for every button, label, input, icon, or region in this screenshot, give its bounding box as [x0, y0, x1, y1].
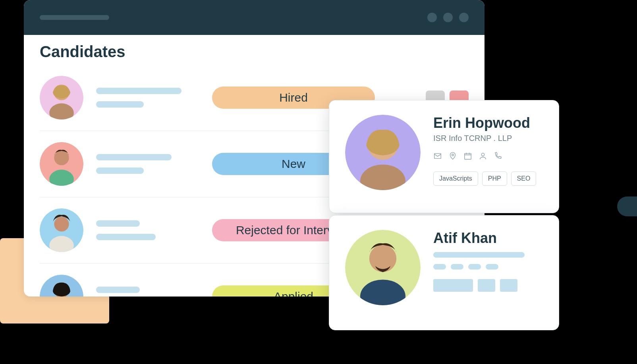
candidate-info-placeholder	[96, 88, 199, 108]
candidate-info-placeholder	[96, 154, 199, 174]
person-icon[interactable]	[479, 152, 487, 160]
placeholder-block	[500, 279, 517, 292]
placeholder-blocks	[433, 279, 543, 292]
placeholder-line	[96, 168, 144, 174]
avatar[interactable]	[40, 208, 83, 252]
placeholder-line	[96, 101, 144, 108]
avatar[interactable]	[345, 115, 421, 190]
avatar[interactable]	[40, 142, 83, 186]
candidate-name: Atif Khan	[433, 230, 543, 247]
window-dot[interactable]	[443, 13, 453, 22]
avatar[interactable]	[40, 275, 83, 297]
placeholder-line	[433, 252, 525, 258]
placeholder-block	[478, 279, 495, 292]
candidate-info-placeholder	[96, 287, 199, 297]
location-icon[interactable]	[448, 152, 457, 160]
window-dot[interactable]	[427, 13, 437, 22]
candidate-name: Erin Hopwood	[433, 115, 543, 131]
placeholder-line	[96, 220, 140, 227]
svg-point-4	[54, 150, 69, 165]
window-dot[interactable]	[459, 13, 469, 22]
skill-tags: JavaScripts PHP SEO	[433, 171, 543, 186]
placeholder-chip	[451, 264, 463, 270]
skill-tag[interactable]: SEO	[511, 171, 537, 186]
email-icon[interactable]	[433, 152, 442, 160]
placeholder-line	[96, 287, 140, 293]
candidate-info-placeholder	[96, 220, 199, 240]
svg-rect-15	[434, 154, 441, 159]
page-title: Candidates	[40, 43, 469, 61]
placeholder-chips	[433, 264, 543, 270]
svg-point-18	[481, 153, 484, 156]
svg-rect-17	[465, 154, 471, 160]
candidate-subtitle: ISR Info TCRNP . LLP	[433, 134, 543, 143]
placeholder-chip	[468, 264, 481, 270]
placeholder-chip	[486, 264, 498, 270]
card-body: Erin Hopwood ISR Info TCRNP . LLP JavaSc…	[433, 115, 543, 198]
placeholder-chip	[433, 264, 446, 270]
window-titlebar	[24, 0, 485, 35]
card-body: Atif Khan	[433, 230, 543, 316]
phone-icon[interactable]	[494, 152, 502, 160]
placeholder-line	[96, 234, 156, 240]
candidate-detail-card[interactable]: Atif Khan	[329, 215, 559, 330]
candidate-detail-card[interactable]: Erin Hopwood ISR Info TCRNP . LLP JavaSc…	[329, 100, 559, 213]
placeholder-line	[96, 88, 181, 94]
avatar[interactable]	[40, 76, 83, 119]
skill-tag[interactable]: PHP	[482, 171, 507, 186]
titlebar-placeholder	[40, 15, 109, 20]
window-controls	[427, 13, 469, 22]
avatar[interactable]	[345, 230, 421, 305]
svg-point-16	[452, 154, 454, 156]
placeholder-line	[96, 154, 172, 160]
decorative-dot	[617, 196, 637, 216]
placeholder-block	[433, 279, 473, 292]
contact-icons	[433, 152, 543, 160]
svg-point-20	[369, 245, 396, 272]
skill-tag[interactable]: JavaScripts	[433, 171, 478, 186]
svg-point-7	[54, 217, 69, 231]
calendar-icon[interactable]	[463, 152, 472, 160]
